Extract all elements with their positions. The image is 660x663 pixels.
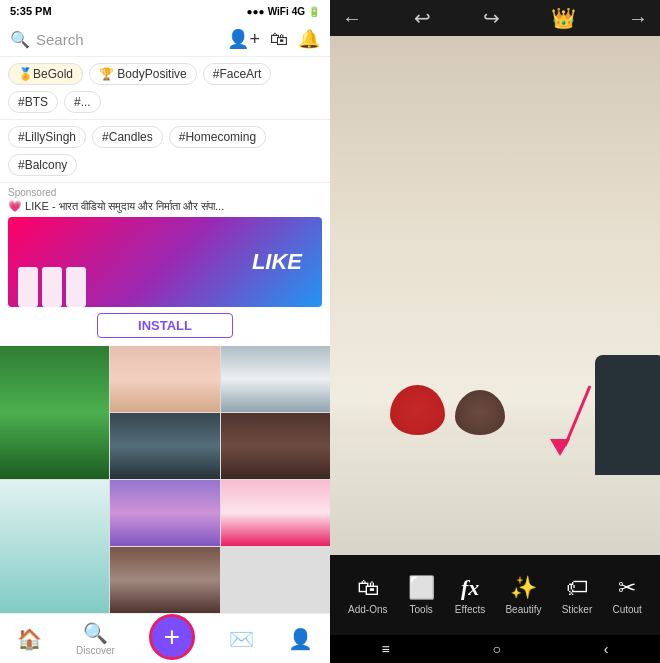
- forward-button[interactable]: →: [628, 7, 648, 30]
- status-icons: ●●● WiFi 4G 🔋: [247, 6, 320, 17]
- beanbag-brown: [455, 390, 505, 435]
- system-menu-button[interactable]: ≡: [381, 641, 389, 657]
- arrow-overlay: [540, 381, 600, 465]
- wifi-icon: WiFi: [268, 6, 289, 17]
- sticker-icon: 🏷: [566, 575, 588, 601]
- right-system-bar: ≡ ○ ‹: [330, 635, 660, 663]
- search-icon: 🔍: [10, 30, 30, 49]
- system-home-button[interactable]: ○: [493, 641, 501, 657]
- tools-label: Tools: [410, 604, 433, 615]
- plus-icon: +: [164, 621, 180, 653]
- chip-bts[interactable]: #BTS: [8, 91, 58, 113]
- profile-icon: 👤: [288, 627, 313, 651]
- tool-addons[interactable]: 🛍 Add-Ons: [348, 575, 387, 615]
- add-person-icon[interactable]: 👤+: [227, 28, 260, 50]
- nav-messages[interactable]: ✉️: [229, 627, 254, 651]
- phone-mockup-3: [66, 267, 86, 307]
- chair: [595, 355, 660, 475]
- ad-logo: LIKE: [252, 249, 302, 275]
- chip-balcony[interactable]: #Balcony: [8, 154, 77, 176]
- tool-effects[interactable]: fx Effects: [455, 575, 485, 615]
- camera-view: [330, 36, 660, 555]
- redo-button[interactable]: ↪: [483, 6, 500, 30]
- tools-icon: ⬜: [408, 575, 435, 601]
- nav-profile[interactable]: 👤: [288, 627, 313, 651]
- battery-icon: 🔋: [308, 6, 320, 17]
- ad-banner[interactable]: LIKE: [8, 217, 322, 307]
- grid-cell-4[interactable]: [110, 413, 219, 479]
- beanbag-red: [390, 385, 445, 435]
- signal-icon: ●●●: [247, 6, 265, 17]
- ad-title: 💗 LIKE - भारत वीडियो समुदाय और निर्माता …: [8, 200, 322, 213]
- effects-icon: fx: [461, 575, 479, 601]
- bottom-nav: 🏠 🔍 Discover + ✉️ 👤: [0, 613, 330, 663]
- right-panel: ← ↩ ↪ 👑 → 🛍 Add-Ons ⬜ Tools fx Ef: [330, 0, 660, 663]
- phone-mockup-1: [18, 267, 38, 307]
- chip-faceart[interactable]: #FaceArt: [203, 63, 272, 85]
- cutout-icon: ✂: [618, 575, 636, 601]
- grid-cell-9[interactable]: [110, 547, 219, 613]
- ad-banner-phones: [18, 267, 86, 307]
- chip-more1[interactable]: #...: [64, 91, 101, 113]
- tool-beautify[interactable]: ✨ Beautify: [505, 575, 541, 615]
- back-button[interactable]: ←: [342, 7, 362, 30]
- grid-cell-7[interactable]: [110, 480, 219, 546]
- grid-cell-3[interactable]: [221, 346, 330, 412]
- sponsored-label: Sponsored: [8, 187, 322, 198]
- grid-cell-6[interactable]: [0, 480, 109, 613]
- nav-add-button[interactable]: +: [149, 614, 195, 660]
- beautify-icon: ✨: [510, 575, 537, 601]
- svg-marker-1: [550, 439, 570, 456]
- beautify-label: Beautify: [505, 604, 541, 615]
- chip-bodypositive[interactable]: 🏆 BodyPositive: [89, 63, 197, 85]
- discover-icon: 🔍: [83, 621, 108, 645]
- addons-label: Add-Ons: [348, 604, 387, 615]
- search-bar-actions: 👤+ 🛍 🔔: [227, 28, 320, 50]
- phone-mockup-2: [42, 267, 62, 307]
- tool-cutout[interactable]: ✂ Cutout: [612, 575, 641, 615]
- grid-cell-5[interactable]: [221, 413, 330, 479]
- messages-icon: ✉️: [229, 627, 254, 651]
- status-bar: 5:35 PM ●●● WiFi 4G 🔋: [0, 0, 330, 22]
- tool-sticker[interactable]: 🏷 Sticker: [562, 575, 593, 615]
- grid-cell-2[interactable]: [110, 346, 219, 412]
- system-back-button[interactable]: ‹: [604, 641, 609, 657]
- grid-cell-8[interactable]: [221, 480, 330, 546]
- chip-candles[interactable]: #Candles: [92, 126, 163, 148]
- hashtag-row-1: 🏅BeGold 🏆 BodyPositive #FaceArt #BTS #..…: [0, 57, 330, 120]
- undo-button[interactable]: ↩: [414, 6, 431, 30]
- addons-icon: 🛍: [357, 575, 379, 601]
- right-toolbar: 🛍 Add-Ons ⬜ Tools fx Effects ✨ Beautify …: [330, 555, 660, 635]
- shopping-bag-icon[interactable]: 🛍: [270, 29, 288, 50]
- cutout-label: Cutout: [612, 604, 641, 615]
- install-button[interactable]: INSTALL: [97, 313, 233, 338]
- network-icon: 4G: [292, 6, 305, 17]
- sticker-label: Sticker: [562, 604, 593, 615]
- status-time: 5:35 PM: [10, 5, 52, 17]
- crown-icon: 👑: [551, 6, 576, 30]
- left-panel: 5:35 PM ●●● WiFi 4G 🔋 🔍 Search 👤+ 🛍 🔔 🏅B…: [0, 0, 330, 663]
- image-grid: [0, 346, 330, 613]
- nav-home[interactable]: 🏠: [17, 627, 42, 651]
- ad-section: Sponsored 💗 LIKE - भारत वीडियो समुदाय और…: [0, 183, 330, 346]
- chip-begold[interactable]: 🏅BeGold: [8, 63, 83, 85]
- home-icon: 🏠: [17, 627, 42, 651]
- hashtag-row-2: #LillySingh #Candles #Homecoming #Balcon…: [0, 120, 330, 183]
- chip-homecoming[interactable]: #Homecoming: [169, 126, 266, 148]
- right-top-nav: ← ↩ ↪ 👑 →: [330, 0, 660, 36]
- discover-label: Discover: [76, 645, 115, 656]
- search-bar[interactable]: 🔍 Search 👤+ 🛍 🔔: [0, 22, 330, 57]
- svg-line-0: [565, 386, 590, 446]
- effects-label: Effects: [455, 604, 485, 615]
- chip-lillysingh[interactable]: #LillySingh: [8, 126, 86, 148]
- nav-discover[interactable]: 🔍 Discover: [76, 621, 115, 656]
- grid-cell-1[interactable]: [0, 346, 109, 479]
- search-input[interactable]: Search: [36, 31, 221, 48]
- notifications-icon[interactable]: 🔔: [298, 28, 320, 50]
- tool-tools[interactable]: ⬜ Tools: [408, 575, 435, 615]
